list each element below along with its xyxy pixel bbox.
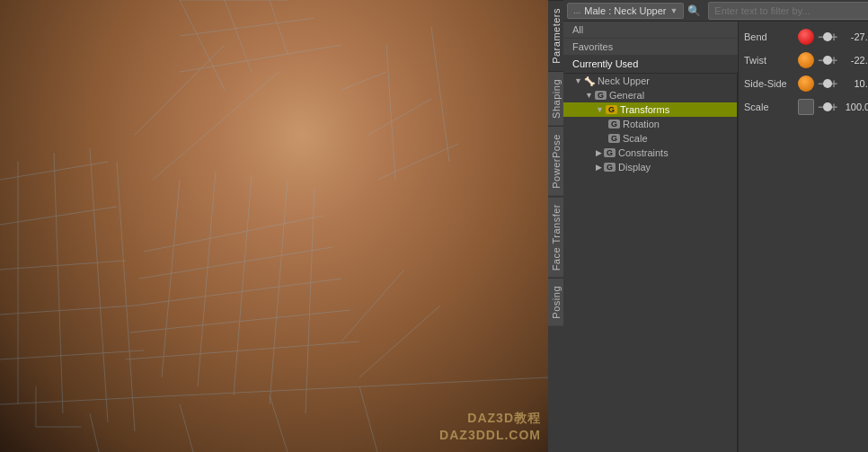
- prop-row-side-side: Side-Side − + 10.00: [744, 74, 868, 93]
- prop-value-scale[interactable]: 100.0%: [838, 102, 868, 112]
- tree-node-constraints[interactable]: ▶ G Constraints: [563, 146, 737, 160]
- g-badge-scale: G: [608, 134, 620, 143]
- svg-line-4: [0, 350, 144, 359]
- filter-tab-favorites[interactable]: Favorites: [563, 39, 738, 56]
- slider-thumb-scale[interactable]: [823, 102, 832, 111]
- svg-line-7: [90, 148, 108, 422]
- svg-line-13: [180, 18, 314, 36]
- prop-row-twist: Twist − + -22.00: [744, 50, 868, 70]
- svg-line-20: [162, 180, 180, 377]
- search-icon: 🔍: [687, 4, 701, 17]
- svg-line-40: [359, 306, 440, 377]
- tree-node-display[interactable]: ▶ G Display: [563, 160, 737, 174]
- tree-node-rotation[interactable]: G Rotation: [563, 117, 737, 131]
- tree-node-transforms[interactable]: ▼ G Transforms: [563, 102, 737, 117]
- svg-line-16: [139, 247, 332, 279]
- slider-bend: − +: [817, 30, 838, 44]
- svg-line-11: [270, 0, 288, 54]
- filter-tab-currently-used[interactable]: Currently Used: [563, 56, 738, 73]
- bone-selector[interactable]: ... Male : Neck Upper ▼: [567, 3, 684, 19]
- slider-side-side: − +: [817, 76, 838, 91]
- svg-line-19: [126, 341, 359, 359]
- wireframe-overlay: [0, 0, 548, 452]
- filter-tabs: All Favorites Currently Used: [563, 22, 738, 74]
- svg-line-26: [90, 413, 99, 452]
- tree-label-neck: Neck Upper: [598, 75, 650, 86]
- svg-line-28: [270, 395, 288, 452]
- tree-arrow-display: ▶: [596, 163, 602, 172]
- bone-icon: 🦴: [584, 76, 595, 86]
- svg-line-25: [0, 377, 548, 404]
- g-badge-display: G: [604, 163, 616, 172]
- tree-arrow-constraints: ▶: [596, 148, 602, 157]
- svg-line-2: [0, 261, 126, 270]
- svg-line-33: [368, 99, 431, 135]
- slider-thumb-side-side[interactable]: [823, 79, 832, 88]
- g-badge-general: G: [595, 91, 607, 100]
- prop-icon-twist[interactable]: [798, 52, 814, 68]
- tree-label-display: Display: [618, 162, 651, 173]
- side-tab-panel: Parameters Shaping PowerPose Face Transf…: [548, 0, 563, 452]
- svg-line-35: [386, 45, 395, 180]
- svg-line-39: [341, 270, 404, 341]
- svg-line-34: [377, 144, 458, 180]
- svg-line-6: [54, 153, 63, 413]
- params-main-area: All Favorites Currently Used ▼ 🦴 Neck Up…: [563, 22, 868, 452]
- 3d-viewport: DAZ3D教程 DAZ3DDL.COM: [0, 0, 548, 452]
- svg-line-1: [0, 207, 117, 225]
- tree-label-rotation: Rotation: [623, 119, 660, 129]
- prop-label-bend: Bend: [744, 31, 798, 42]
- svg-line-9: [180, 0, 225, 90]
- tree-label-transforms: Transforms: [620, 104, 669, 115]
- svg-line-15: [144, 216, 323, 252]
- tree-label-scale: Scale: [623, 133, 648, 144]
- tree-arrow-transforms: ▼: [596, 105, 604, 114]
- slider-twist: − +: [817, 53, 838, 67]
- slider-thumb-bend[interactable]: [823, 32, 832, 41]
- tree-panel: All Favorites Currently Used ▼ 🦴 Neck Up…: [563, 22, 739, 452]
- prop-icon-side-side[interactable]: [798, 75, 814, 92]
- g-badge-constraints: G: [604, 148, 616, 157]
- svg-line-38: [153, 72, 279, 180]
- svg-line-36: [431, 27, 449, 162]
- prop-value-side-side[interactable]: 10.00: [838, 78, 868, 89]
- bone-selector-label: Male : Neck Upper: [584, 5, 666, 16]
- tree-node-neck-upper[interactable]: ▼ 🦴 Neck Upper: [563, 74, 737, 88]
- prop-value-bend[interactable]: -27.00: [838, 31, 868, 42]
- property-tree: ▼ 🦴 Neck Upper ▼ G General ▼ G Transform…: [563, 74, 738, 452]
- tree-label-general: General: [609, 90, 644, 101]
- svg-line-24: [306, 189, 314, 413]
- g-badge-transforms: G: [606, 105, 617, 114]
- params-panel: ... Male : Neck Upper ▼ 🔍 All Favorites …: [563, 0, 868, 452]
- prop-label-twist: Twist: [744, 55, 798, 66]
- tab-face-transfer[interactable]: Face Transfer: [548, 196, 563, 278]
- svg-line-22: [234, 175, 252, 395]
- search-input[interactable]: [708, 2, 868, 20]
- properties-panel: Bend − + -27.00 Twist −: [739, 22, 868, 452]
- prop-label-side-side: Side-Side: [744, 78, 798, 89]
- slider-thumb-twist[interactable]: [823, 56, 832, 65]
- prop-value-twist[interactable]: -22.00: [838, 55, 868, 66]
- watermark: DAZ3D教程 DAZ3DDL.COM: [439, 410, 541, 445]
- prop-row-scale: Scale − + 100.0%: [744, 97, 868, 117]
- tree-arrow-neck: ▼: [574, 76, 582, 85]
- tree-node-scale[interactable]: G Scale: [563, 131, 737, 146]
- bone-selector-dots: ...: [573, 5, 580, 15]
- tab-posing[interactable]: Posing: [548, 278, 563, 326]
- tab-powerpose[interactable]: PowerPose: [548, 126, 563, 196]
- slider-scale: − +: [817, 100, 838, 114]
- tree-arrow-general: ▼: [585, 91, 593, 100]
- tree-node-general[interactable]: ▼ G General: [563, 88, 737, 102]
- filter-tab-all[interactable]: All: [563, 22, 738, 39]
- tab-parameters[interactable]: Parameters: [548, 0, 563, 71]
- prop-label-scale: Scale: [744, 102, 798, 112]
- svg-line-27: [180, 404, 193, 452]
- tree-label-constraints: Constraints: [618, 147, 669, 158]
- svg-line-29: [359, 386, 377, 452]
- prop-icon-scale[interactable]: [798, 99, 814, 115]
- svg-line-3: [0, 306, 135, 315]
- svg-line-23: [270, 180, 288, 404]
- prop-icon-bend[interactable]: [798, 29, 814, 45]
- tab-shaping[interactable]: Shaping: [548, 71, 563, 126]
- g-badge-rotation: G: [608, 120, 620, 129]
